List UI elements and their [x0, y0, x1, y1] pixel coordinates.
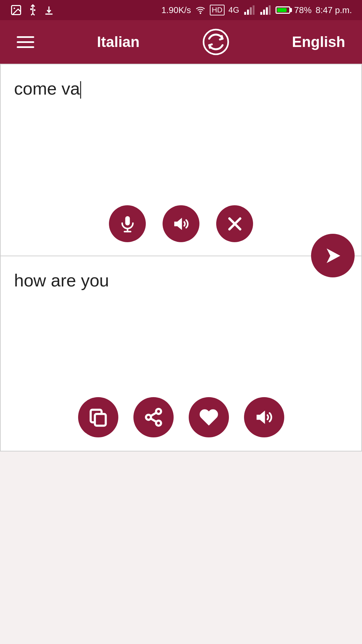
svg-rect-26	[95, 414, 106, 426]
svg-point-6	[34, 9, 36, 11]
status-left-icons	[10, 4, 54, 16]
microphone-icon	[118, 215, 137, 233]
svg-point-29	[156, 421, 161, 426]
svg-rect-14	[260, 12, 262, 15]
svg-rect-12	[250, 7, 252, 15]
network-type: 4G	[229, 5, 239, 15]
source-language[interactable]: Italian	[97, 34, 139, 50]
share-button[interactable]	[133, 397, 174, 437]
svg-point-28	[146, 415, 151, 420]
svg-rect-11	[247, 10, 249, 15]
copy-button[interactable]	[78, 397, 118, 437]
input-text-content: come va	[14, 79, 80, 98]
output-action-bar	[1, 390, 361, 451]
svg-line-4	[33, 13, 35, 15]
svg-line-3	[31, 13, 33, 15]
image-icon	[10, 4, 22, 16]
speaker-output-icon	[254, 407, 274, 427]
translate-button[interactable]	[311, 234, 355, 277]
output-panel: how are you	[0, 256, 362, 451]
input-panel: come va	[0, 64, 362, 256]
share-icon	[143, 407, 164, 427]
svg-rect-5	[30, 8, 32, 10]
status-right-info: 1.90K/s HD 4G 78% 8:47	[162, 5, 352, 15]
speak-input-button[interactable]	[163, 205, 199, 242]
battery-percent: 78%	[294, 5, 312, 15]
signal-bars	[243, 5, 255, 15]
toolbar: Italian English	[0, 20, 362, 64]
svg-rect-17	[268, 5, 270, 15]
svg-rect-13	[252, 5, 254, 15]
speaker-icon	[172, 215, 190, 233]
download-icon	[44, 4, 54, 16]
svg-point-1	[14, 8, 15, 9]
heart-icon	[199, 407, 219, 427]
clear-icon	[226, 215, 244, 233]
svg-rect-19	[125, 216, 130, 225]
battery-icon	[276, 6, 290, 14]
copy-icon	[88, 407, 108, 427]
input-text-area[interactable]: come va	[1, 64, 361, 199]
svg-line-31	[150, 413, 156, 416]
svg-rect-16	[266, 7, 268, 15]
speak-output-button[interactable]	[244, 397, 284, 437]
time: 8:47 p.m.	[316, 5, 352, 15]
svg-rect-15	[263, 10, 265, 15]
microphone-button[interactable]	[109, 205, 146, 242]
usb-icon	[27, 4, 38, 16]
status-bar: 1.90K/s HD 4G 78% 8:47	[0, 0, 362, 20]
swap-languages-button[interactable]	[202, 29, 229, 55]
svg-marker-22	[174, 218, 182, 230]
svg-line-30	[150, 419, 156, 422]
svg-point-27	[156, 409, 161, 414]
main-content: come va	[0, 64, 362, 451]
target-language[interactable]: English	[292, 34, 345, 50]
wifi-icon	[195, 5, 206, 15]
svg-point-9	[200, 13, 201, 13]
clear-button[interactable]	[216, 205, 253, 242]
favorite-button[interactable]	[189, 397, 229, 437]
output-text-content: how are you	[1, 256, 361, 390]
hd-badge: HD	[210, 5, 225, 15]
svg-rect-10	[244, 12, 246, 15]
input-action-bar	[1, 199, 361, 256]
translate-arrow-icon	[322, 245, 344, 267]
menu-button[interactable]	[17, 36, 34, 48]
svg-marker-25	[326, 248, 340, 263]
text-cursor	[80, 81, 81, 99]
svg-marker-32	[256, 411, 265, 424]
svg-point-18	[203, 30, 228, 54]
signal-bars-2	[259, 5, 272, 15]
network-speed: 1.90K/s	[162, 5, 191, 15]
